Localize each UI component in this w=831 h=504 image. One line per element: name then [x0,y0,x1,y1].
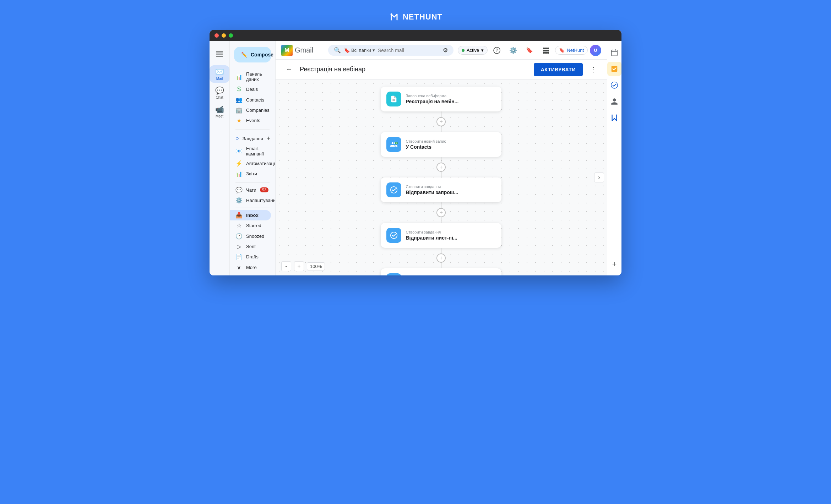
hamburger-menu[interactable] [211,45,228,62]
crm-tasks[interactable]: ○ Завдання + [230,133,271,144]
svg-rect-11 [547,50,549,51]
crm-email-campaigns[interactable]: 📧 Email-кампанії [230,144,271,158]
nethunt-plugin-icon[interactable]: 🔖 [522,43,537,57]
flow-card-4[interactable]: Створити завдання Відправити лист-пі... [381,223,501,248]
window-minimize-dot[interactable] [222,33,226,38]
connector-line-4 [441,248,441,253]
tasks-add-button[interactable]: + [267,135,271,142]
folder-filter-label: Всі папки [351,48,371,53]
right-panel-check[interactable] [607,78,621,92]
drafts-icon: 📄 [235,253,243,260]
mail-drafts[interactable]: 📄 Drafts [230,252,271,262]
right-panel-tasks[interactable] [607,62,621,76]
compose-button[interactable]: ✏️ Compose [234,47,271,62]
events-label: Events [246,118,260,123]
activate-button[interactable]: АКТИВУВАТИ [534,63,583,76]
sidebar-item-meet[interactable]: 📹 Meet [210,103,229,120]
right-panel-nethunt[interactable] [607,111,621,125]
active-status-badge[interactable]: Active ▾ [458,46,488,55]
crm-contacts[interactable]: 👥 Contacts [230,95,271,105]
search-input[interactable] [378,48,440,53]
user-avatar[interactable]: U [590,45,601,56]
svg-rect-24 [612,50,618,56]
zoom-out-button[interactable]: - [281,261,291,271]
right-panel-add-button[interactable]: + [607,257,621,271]
flow-card-3[interactable]: Створити завдання Відправити запрош... [381,177,501,202]
connector-3: + [436,202,446,223]
more-icon: ∨ [235,264,243,271]
snoozed-icon: 🕐 [235,233,243,240]
svg-rect-3 [216,56,223,57]
window-close-dot[interactable] [214,33,219,38]
card-3-label: Створити завдання [406,185,496,189]
snoozed-label: Snoozed [246,234,267,239]
zoom-level-display: 100% [307,262,325,270]
crm-dashboard[interactable]: 📊 Панель даних [230,70,271,84]
card-4-label: Створити завдання [406,230,496,234]
crm-settings[interactable]: ⚙️ Налаштування [230,195,271,206]
folder-filter[interactable]: 🔖 Всі папки ▾ [344,48,375,53]
search-filter-icon[interactable]: ⚙ [443,47,448,54]
sidebar-item-mail[interactable]: ✉️ Mail [210,65,229,83]
nethunt-header-label: NetHunt [567,48,584,53]
crm-events[interactable]: ★ Events [230,115,271,126]
folder-dropdown-icon: ▾ [373,48,375,53]
crm-companies[interactable]: 🏢 Companies [230,105,271,115]
canvas-controls: - + 100% [281,261,325,271]
crm-chats[interactable]: 💬 Чати 53 [230,185,271,195]
nethunt-logo-icon [389,11,400,23]
more-label: More [246,265,267,270]
crm-automation[interactable]: ⚡ Автоматизація [230,158,271,169]
nethunt-logo: NETHUNT [389,11,442,23]
svg-rect-12 [543,52,545,54]
connector-2: + [436,157,446,177]
crm-deals[interactable]: $ Deals [230,84,271,95]
mail-inbox[interactable]: 📥 Inbox [230,210,271,220]
mail-snoozed[interactable]: 🕐 Snoozed [230,231,271,241]
card-1-icon [386,92,401,106]
connector-line-3b [441,217,441,223]
search-icon[interactable]: 🔍 [334,47,341,54]
help-button[interactable]: ? [490,43,504,57]
card-3-icon [386,182,401,197]
automation-canvas[interactable]: Заповнена веб-форма Реєстрація на вебін.… [276,80,607,275]
starred-icon: ☆ [235,222,243,229]
back-button[interactable]: ← [283,63,295,76]
crm-reports[interactable]: 📊 Звіти [230,169,271,179]
mail-starred[interactable]: ☆ Starred [230,220,271,231]
sent-label: Sent [246,244,267,249]
flow-card-2[interactable]: + Створити новий запис У Contacts [381,132,501,157]
svg-rect-7 [545,48,547,49]
scroll-right-button[interactable]: › [594,172,604,182]
connector-plus-4[interactable]: + [436,253,446,263]
nethunt-header-badge[interactable]: 🔖 NetHunt [555,46,588,55]
apps-button[interactable] [539,43,553,57]
mail-sent[interactable]: ▷ Sent [230,241,271,252]
zoom-in-button[interactable]: + [294,261,304,271]
chats-badge: 53 [260,187,268,192]
sidebar-item-chat[interactable]: 💬 Chat [210,84,229,102]
card-1-text: Заповнена веб-форма Реєстрація на вебін.… [406,94,496,104]
more-options-button[interactable]: ⋮ [587,63,600,76]
right-panel-person[interactable] [607,94,621,109]
connector-plus-1[interactable]: + [436,117,446,126]
reports-icon: 📊 [235,170,243,177]
window-maximize-dot[interactable] [229,33,233,38]
mail-more[interactable]: ∨ More [230,262,271,273]
crm-section: 📊 Панель даних $ Deals 👥 Contacts 🏢 Comp… [230,68,275,127]
nethunt-bird-icon: 🔖 [559,48,565,53]
events-icon: ★ [235,117,243,124]
connector-line-2b [441,172,441,177]
settings-button[interactable]: ⚙️ [506,43,520,57]
svg-rect-13 [545,52,547,54]
main-content: M Gmail 🔍 🔖 Всі папки ▾ ⚙ [275,41,607,275]
right-panel-calendar[interactable] [607,45,621,60]
automation-area: ← Реєстрація на вебінар АКТИВУВАТИ ⋮ [276,60,607,275]
flow-card-5[interactable]: Створити завдання Відправити запис [381,268,501,275]
companies-label: Companies [246,108,270,113]
top-bar: NETHUNT [7,7,824,30]
connector-plus-3[interactable]: + [436,208,446,217]
flow-card-1[interactable]: Заповнена веб-форма Реєстрація на вебін.… [381,87,501,111]
connector-plus-2[interactable]: + [436,163,446,172]
automation-flow: Заповнена веб-форма Реєстрація на вебін.… [381,87,501,275]
